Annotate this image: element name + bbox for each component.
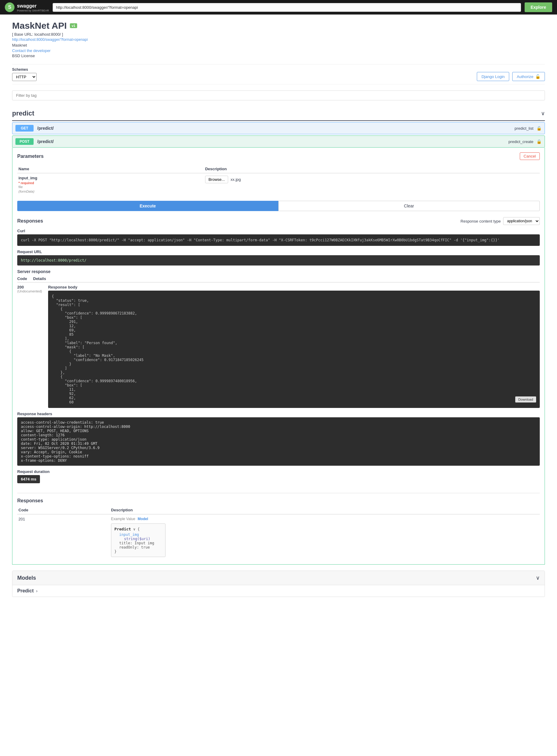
django-login-button[interactable]: Django Login xyxy=(477,72,509,81)
main-content: MaskNet API v1 [ Base URL: localhost:800… xyxy=(0,14,557,603)
execute-button[interactable]: Execute xyxy=(17,201,278,211)
auth-buttons: Django Login Authorize 🔓 xyxy=(477,72,545,81)
logo-name: swagger xyxy=(17,3,37,8)
model-expand-icon: ∨ { xyxy=(133,527,140,531)
model-type: string($uri) title: Input img readOnly: … xyxy=(119,537,154,549)
api-title-row: MaskNet API v1 xyxy=(12,21,545,31)
url-input[interactable] xyxy=(53,3,521,12)
tag-header-predict[interactable]: predict ∨ xyxy=(12,106,545,121)
post-endpoint-row[interactable]: POST /predict/ predict_create 🔒 xyxy=(12,135,545,148)
resp-code-201: 201 xyxy=(19,517,25,521)
response-headers-label: Response headers xyxy=(17,412,540,416)
tag-name: predict xyxy=(12,109,34,117)
example-value-label: Example Value xyxy=(111,517,135,521)
get-method-badge: GET xyxy=(16,125,34,131)
contact-link[interactable]: Contact the developer xyxy=(12,49,545,53)
version-badge: v1 xyxy=(70,23,77,28)
lock-icon: 🔓 xyxy=(535,74,540,79)
content-type-row: Response content type application/json xyxy=(461,217,540,225)
models-title: Models xyxy=(17,575,36,581)
request-url-block: http://localhost:8000/predict/ xyxy=(17,255,540,265)
resp-col-description: Description xyxy=(110,506,540,514)
duration-section: Request duration 6474 ms xyxy=(17,469,540,488)
predict-chevron-icon: › xyxy=(36,589,37,593)
content-type-label: Response content type xyxy=(461,219,501,223)
schemes-auth-row: Schemes HTTP HTTPS Django Login Authoriz… xyxy=(12,64,545,84)
code-details-header: Code Details xyxy=(17,276,540,282)
example-model-row: Example Value Model xyxy=(111,517,538,521)
request-url-label: Request URL xyxy=(17,250,540,254)
post-expanded-section: Parameters Cancel Name Description input… xyxy=(12,148,545,565)
get-lock-icon: 🔒 xyxy=(536,126,541,131)
model-box-footer: } xyxy=(114,549,162,554)
model-properties: input_img string($uri) title: Input img … xyxy=(114,533,162,549)
param-source: (formData) xyxy=(19,190,34,193)
post-method-badge: POST xyxy=(16,138,34,145)
scheme-select[interactable]: HTTP HTTPS xyxy=(12,73,37,81)
predict-model-name: Predict xyxy=(17,588,34,594)
download-button[interactable]: Download xyxy=(515,397,536,403)
server-response-label: Server response xyxy=(17,269,540,274)
models-section: Models ∨ Predict › xyxy=(12,571,545,597)
schemes-label: Schemes xyxy=(12,67,37,72)
responses-header: Responses Response content type applicat… xyxy=(17,217,540,225)
response-headers-section: Response headers access-control-allow-cr… xyxy=(17,412,540,466)
param-name: input_img xyxy=(19,176,203,180)
tag-chevron-icon: ∨ xyxy=(541,110,545,117)
duration-value: 6474 ms xyxy=(17,475,40,483)
get-endpoint-summary: predict_list xyxy=(515,126,533,131)
models-header[interactable]: Models ∨ xyxy=(12,571,545,585)
tag-section-predict: predict ∨ GET /predict/ predict_list 🔒 P… xyxy=(12,106,545,565)
col-name-header: Name xyxy=(17,165,204,173)
explore-button[interactable]: Explore xyxy=(525,2,552,12)
details-col-label: Details xyxy=(33,276,46,281)
schema-responses-title: Responses xyxy=(17,498,540,504)
content-type-select[interactable]: application/json xyxy=(503,217,540,225)
file-name-display: xx.jpg xyxy=(231,177,241,182)
model-box-header: Predict ∨ { xyxy=(114,527,162,531)
request-url-section: Request URL http://localhost:8000/predic… xyxy=(17,250,540,265)
predict-model-item[interactable]: Predict › xyxy=(12,585,545,597)
logo: S swagger Powered by SMARTBEAR xyxy=(5,2,49,12)
openapi-link[interactable]: http://localhost:8000/swagger/?format=op… xyxy=(12,37,545,42)
get-endpoint-path: /predict/ xyxy=(37,126,515,131)
logo-sub: Powered by SMARTBEAR xyxy=(17,9,49,12)
api-title: MaskNet API xyxy=(12,21,67,31)
server-response-section: Server response Code Details 200 (Undocu… xyxy=(17,269,540,488)
table-row: 201 Example Value Model Predict xyxy=(17,514,540,560)
param-required-badge: * required xyxy=(19,181,34,185)
response-code: 200 xyxy=(17,285,42,289)
execute-row: Execute Clear xyxy=(17,201,540,211)
authorize-label: Authorize xyxy=(517,74,533,79)
curl-code-block: curl -X POST "http://localhost:8000/pred… xyxy=(17,234,540,246)
table-row: input_img * required file (formData) Bro… xyxy=(17,173,540,196)
models-chevron-icon: ∨ xyxy=(536,574,540,581)
post-endpoint-path: /predict/ xyxy=(37,139,508,144)
schema-responses-section: Responses Code Description 201 xyxy=(17,498,540,560)
schema-responses-table: Code Description 201 Example Value xyxy=(17,506,540,560)
post-lock-icon: 🔒 xyxy=(536,139,541,144)
param-type: file xyxy=(19,185,203,189)
api-description: Masknet xyxy=(12,43,545,48)
topbar: S swagger Powered by SMARTBEAR Explore xyxy=(0,0,557,14)
clear-button[interactable]: Clear xyxy=(278,201,540,211)
authorize-button[interactable]: Authorize 🔓 xyxy=(512,72,545,81)
params-table: Name Description input_img * required fi… xyxy=(17,165,540,196)
model-link[interactable]: Model xyxy=(138,517,148,521)
license-text: BSD License xyxy=(12,54,545,58)
schemes-section: Schemes HTTP HTTPS xyxy=(12,67,37,81)
filter-input[interactable] xyxy=(12,90,545,100)
resp-col-code: Code xyxy=(17,506,110,514)
browse-button[interactable]: Browse... xyxy=(205,176,228,183)
logo-circle: S xyxy=(5,2,14,12)
params-header: Parameters Cancel xyxy=(17,152,540,160)
response-body-block: { "status": true, "result": [ { "confide… xyxy=(48,291,540,408)
col-description-header: Description xyxy=(204,165,540,173)
cancel-button[interactable]: Cancel xyxy=(520,152,540,160)
duration-label: Request duration xyxy=(17,469,540,474)
code-col-label: Code xyxy=(17,276,27,281)
response-body-label: Response body xyxy=(48,285,540,289)
curl-section: Curl curl -X POST "http://localhost:8000… xyxy=(17,229,540,246)
curl-label: Curl xyxy=(17,229,540,233)
get-endpoint-row[interactable]: GET /predict/ predict_list 🔒 xyxy=(12,122,545,134)
